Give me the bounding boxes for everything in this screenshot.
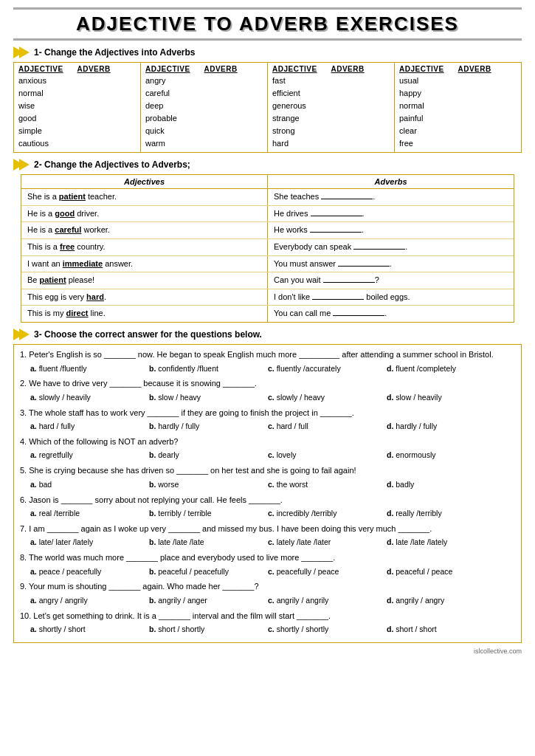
ex1-adjective: efficient [272,87,331,100]
ex1-word-row: careful [145,87,263,100]
ex1-word-row: free [399,137,517,150]
ex2-adj-cell: This is a free country. [21,239,268,255]
ex3-question: 6. Jason is _______ sorry about not repl… [20,494,515,520]
ex1-word-row: efficient [272,87,390,100]
section2-header: 2- Change the Adjectives to Adverbs; [13,159,522,171]
ex2-adv-cell: Can you wait ? [268,272,514,289]
ex3-question-text: 10. Let's get something to drink. It is … [20,610,515,622]
ex2-row: He is a careful worker.He works . [21,222,514,239]
ex1-word-row: wise [18,100,136,112]
ex3-option: b. angrily / anger [149,594,263,607]
ex1-word-row: angry [145,75,263,87]
ex1-word-row: warm [145,137,263,150]
ex3-option: a. fluent /fluently [30,362,145,375]
ex3-question-text: 4. Which of the following is NOT an adve… [20,436,515,448]
ex1-word-row: happy [399,87,517,100]
ex2-adv-cell: I don't like boiled eggs. [268,289,514,306]
ex3-question: 7. I am _______ again as I woke up very … [20,523,515,549]
ex3-options: a. slowly / heavilyb. slow / heavyc. slo… [20,391,515,404]
ex1-word-row: generous [272,100,390,112]
ex3-option: b. terribly / terrible [149,507,263,520]
ex1-col-0: ADJECTIVEADVERBanxiousnormalwisegoodsimp… [14,63,141,152]
ex1-adjective: strange [272,112,331,125]
ex1-adverb-blank [331,100,390,112]
ex1-adjective: generous [272,100,331,112]
ex1-adjective: anxious [18,75,77,87]
ex1-adverb-blank [77,87,137,100]
ex1-adverb-blank [77,137,137,150]
ex2-adv-cell: He drives . [268,206,514,222]
ex1-adjective: clear [399,125,458,137]
ex3-option: c. hard / full [268,420,382,433]
ex1-word-row: clear [399,125,517,137]
ex2-adj-cell: I want an immediate answer. [21,256,268,272]
ex3-option: c. slowly / heavy [268,391,382,404]
ex1-adverb-blank [77,112,137,125]
ex2-adj-cell: She is a patient teacher. [21,189,268,205]
ex3-question-text: 1. Peter's English is so _______ now. He… [20,348,515,361]
ex1-adverb-blank [331,125,390,137]
ex3-option: c. the worst [268,478,382,491]
ex1-adverb-blank [204,125,263,137]
ex3-option: a. shortly / short [30,623,145,636]
ex1-col-1: ADJECTIVEADVERBangrycarefuldeepprobableq… [141,63,268,152]
ex2-adv-cell: Everybody can speak . [268,239,514,255]
ex1-word-row: hard [272,137,390,150]
ex3-option: c. lovely [268,449,382,461]
ex1-adjective: warm [145,137,204,150]
ex2-adv-cell: You can call me . [268,306,514,322]
ex1-adjective: deep [145,100,204,112]
ex1-word-row: normal [18,87,136,100]
ex1-adjective: cautious [18,137,77,150]
ex1-header-adj-3: ADJECTIVE [399,65,458,73]
ex1-adverb-blank [77,125,137,137]
section2-label: 2- Change the Adjectives to Adverbs; [34,159,190,170]
ex1-adverb-blank [204,100,263,112]
ex1-adjective: fast [272,75,331,87]
ex1-adjective: probable [145,112,204,125]
ex3-option: c. lately /late /later [268,536,382,549]
ex3-question: 4. Which of the following is NOT an adve… [20,436,515,461]
ex3-question-text: 5. She is crying because she has driven … [20,464,515,477]
ex2-header-row: Adjectives Adverbs [21,175,514,189]
ex3-option: d. really /terribly [387,507,501,520]
ex1-adjective: simple [18,125,77,137]
ex3-options: a. peace / peacefullyb. peaceful / peace… [20,566,515,578]
ex2-adv-cell: She teaches . [268,189,514,205]
ex3-options: a. badb. worsec. the worstd. badly [20,478,515,491]
arrow-icon3 [13,329,30,340]
ex3-option: d. enormously [387,449,501,461]
ex1-header-row-0: ADJECTIVEADVERB [18,65,136,73]
ex1-col-2: ADJECTIVEADVERBfastefficientgenerousstra… [268,63,395,152]
ex3-question: 1. Peter's English is so _______ now. He… [20,348,515,374]
ex1-header-adv-3: ADVERB [458,65,517,73]
ex3-option: b. dearly [149,449,263,461]
ex2-row: He is a good driver.He drives . [21,206,514,223]
ex2-adj-cell: He is a good driver. [21,206,268,222]
ex1-adjective: normal [399,100,458,112]
ex3-option: c. peacefully / peace [268,566,382,578]
ex1-adjective: painful [399,112,458,125]
ex2-row: This is a free country.Everybody can spe… [21,239,514,256]
ex1-adjective: hard [272,137,331,150]
ex1-word-row: probable [145,112,263,125]
ex2-row: Be patient please!Can you wait ? [21,272,514,289]
ex2-adj-cell: Be patient please! [21,272,268,289]
ex3-option: d. slow / heavily [387,391,501,404]
ex1-adverb-blank [458,75,517,87]
ex3-question: 3. The whole staff has to work very ____… [20,407,515,433]
ex1-adverb-blank [331,75,390,87]
ex1-adjective: wise [18,100,77,112]
ex3-option: c. incredibly /terribly [268,507,382,520]
ex3-option: a. late/ later /lately [30,536,145,549]
ex3-option: a. hard / fully [30,420,145,433]
ex3-option: d. peaceful / peace [387,566,501,578]
arrow-icon [13,47,30,58]
ex1-header-adv-0: ADVERB [77,65,137,73]
ex1-adverb-blank [458,100,517,112]
ex1-adverb-blank [458,87,517,100]
ex1-adverb-blank [331,87,390,100]
ex3-question-text: 7. I am _______ again as I woke up very … [20,523,515,535]
ex1-adjective: quick [145,125,204,137]
ex3-option: c. angrily / angrily [268,594,382,607]
